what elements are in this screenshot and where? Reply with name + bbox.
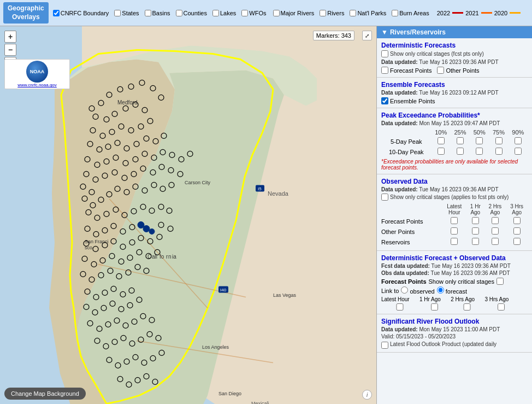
det-obs-critical-checkbox[interactable] <box>496 278 504 285</box>
det-data-updated: Data updated: Tue May 16 2023 09:36 AM P… <box>381 59 528 65</box>
basins-checkbox[interactable]: Basins <box>145 10 170 16</box>
svg-text:Los Angeles: Los Angeles <box>202 345 229 350</box>
obs-col-latest: Latest Hour <box>442 203 466 216</box>
obs-fp-1hr-checkbox[interactable] <box>472 217 479 224</box>
obs-res-1hr-checkbox[interactable] <box>472 238 479 245</box>
counties-checkbox[interactable]: Counties <box>176 10 207 16</box>
zoom-out-button[interactable]: − <box>4 44 16 56</box>
rivers-checkbox[interactable]: Rivers <box>320 10 344 16</box>
year-2021-line <box>481 12 492 14</box>
ensemble-data-updated: Data updated: Tue May 16 2023 09:12 AM P… <box>381 90 528 96</box>
map-area: Medford Nevada California San Francisco … <box>0 26 376 404</box>
change-map-background-button[interactable]: Change Map Background <box>4 388 86 400</box>
peak-exceedance-data-updated: Data updated: Mon May 15 2023 09:47 AM P… <box>381 120 528 126</box>
flood-latest-product: Latest Flood Outlook Product (updated da… <box>381 341 528 349</box>
expand-icon[interactable]: ⤢ <box>362 31 372 40</box>
link-observed-radio[interactable]: observed <box>401 286 434 295</box>
five-day-10-checkbox[interactable] <box>438 137 445 144</box>
link-to-row: Link to observed forecast <box>381 286 528 295</box>
five-day-25-checkbox[interactable] <box>457 137 464 144</box>
obs-res-3hr-checkbox[interactable] <box>513 238 521 245</box>
info-icon[interactable]: i <box>362 390 372 400</box>
observed-data-title: Observed Data <box>381 178 528 185</box>
det-obs-title: Deterministic Forecast + Observed Data <box>381 254 528 262</box>
cnrfc-boundary-checkbox[interactable]: CNRFC Boundary <box>53 10 109 16</box>
observed-data-section: Observed Data Data updated: Tue May 16 2… <box>377 174 532 251</box>
det-obs-3hr-label: 3 Hrs Ago <box>484 296 517 302</box>
zoom-in-button[interactable]: + <box>4 31 16 43</box>
pct-10: 10% <box>431 128 451 136</box>
obs-op-3hr-checkbox[interactable] <box>513 227 521 235</box>
forecast-points-checkbox[interactable] <box>381 67 388 74</box>
det-obs-3hr-checkbox[interactable] <box>484 303 517 311</box>
obs-col-1hr: 1 Hr Ago <box>466 203 484 216</box>
det-obs-1hr-checkbox[interactable] <box>419 303 450 311</box>
obs-fp-3hr-checkbox[interactable] <box>513 217 521 224</box>
svg-text:fo: fo <box>159 254 164 260</box>
main-content: Medford Nevada California San Francisco … <box>0 26 532 404</box>
wfos-checkbox[interactable]: WFOs <box>241 10 266 16</box>
det-obs-latest-checkbox[interactable] <box>381 303 418 311</box>
obs-fp-2hr-checkbox[interactable] <box>492 217 499 224</box>
obs-data-updated: Data updated: Tue May 16 2023 09:36 AM P… <box>381 186 528 192</box>
obs-res-2hr-checkbox[interactable] <box>492 238 499 245</box>
year-legend: 2022 2021 2020 <box>437 10 521 16</box>
ten-day-label: 10-Day Peak <box>381 147 431 157</box>
natl-parks-checkbox[interactable]: Nat'l Parks <box>350 10 386 16</box>
svg-text:Las Vegas: Las Vegas <box>273 293 297 298</box>
pct-50: 50% <box>470 128 489 136</box>
lakes-checkbox[interactable]: Lakes <box>212 10 236 16</box>
other-points-checkbox[interactable] <box>437 67 444 74</box>
ten-day-50-checkbox[interactable] <box>476 148 483 155</box>
burn-areas-checkbox[interactable]: Burn Areas <box>392 10 429 16</box>
geo-overlays-label: Geographic Overlays <box>3 2 49 24</box>
svg-text:I40: I40 <box>220 288 227 293</box>
det-obs-2hr-checkbox[interactable] <box>451 303 483 311</box>
year-2020-line <box>510 12 521 14</box>
deterministic-forecasts-section: Deterministic Forecasts Show only critic… <box>377 38 532 78</box>
forecast-points-label[interactable]: Forecast Points <box>381 67 431 74</box>
det-obs-fp-row: Forecast Points Show only critical stage… <box>381 278 528 285</box>
five-day-90-checkbox[interactable] <box>515 137 522 144</box>
five-day-75-checkbox[interactable] <box>495 137 503 144</box>
major-rivers-checkbox[interactable]: Major Rivers <box>273 10 315 16</box>
show-critical-det-checkbox[interactable] <box>381 50 388 57</box>
show-critical-obs-checkbox[interactable] <box>381 194 388 201</box>
ten-day-10-checkbox[interactable] <box>438 148 445 155</box>
det-obs-time-grid: Latest Hour 1 Hr Ago 2 Hrs Ago 3 Hrs Ago <box>381 296 528 311</box>
panel-header-arrow: ▼ <box>381 28 388 36</box>
obs-fp-label: Forecast Points <box>381 216 442 226</box>
det-obs-latest-label: Latest Hour <box>381 296 418 302</box>
det-obs-obs-updated: Obs data updated: Tue May 16 2023 09:36 … <box>381 270 528 276</box>
ensemble-points-checkbox[interactable] <box>381 97 388 104</box>
ten-day-75-checkbox[interactable] <box>495 148 503 155</box>
ten-day-90-checkbox[interactable] <box>515 148 522 155</box>
det-obs-1hr-label: 1 Hr Ago <box>419 296 450 302</box>
noaa-logo: NOAA www.cnrfc.noaa.gov <box>4 59 70 89</box>
flood-latest-product-checkbox[interactable] <box>381 342 388 349</box>
obs-op-latest-checkbox[interactable] <box>451 227 458 235</box>
obs-fp-latest-checkbox[interactable] <box>451 217 458 224</box>
five-day-label: 5-Day Peak <box>381 136 431 147</box>
link-forecast-radio[interactable]: forecast <box>437 286 467 295</box>
peak-exceedance-section: Peak Exceedance Probabilities* Data upda… <box>377 108 532 174</box>
ten-day-25-checkbox[interactable] <box>457 148 464 155</box>
obs-op-1hr-checkbox[interactable] <box>472 227 479 235</box>
show-critical-obs: Show only critical stages (applies to fc… <box>381 194 528 201</box>
five-day-50-checkbox[interactable] <box>476 137 483 144</box>
obs-col-3hr: 3 Hrs Ago <box>506 203 528 216</box>
year-2022-line <box>452 12 463 14</box>
panel-header: ▼ Rivers/Reservoirs <box>377 26 532 38</box>
exceedance-note: *Exceedance probabilities are only avail… <box>381 159 528 171</box>
obs-op-label: Other Points <box>381 226 442 237</box>
obs-res-label: Reservoirs <box>381 237 442 247</box>
exceedance-table: 10% 25% 50% 75% 90% 5-Day Peak <box>381 128 528 157</box>
obs-col-2hr: 2 Hrs Ago <box>484 203 506 216</box>
noaa-url[interactable]: www.cnrfc.noaa.gov <box>17 83 57 87</box>
svg-point-90 <box>143 226 150 232</box>
states-checkbox[interactable]: States <box>114 10 139 16</box>
other-points-label[interactable]: Other Points <box>437 67 479 74</box>
obs-op-2hr-checkbox[interactable] <box>492 227 499 235</box>
obs-res-latest-checkbox[interactable] <box>451 238 458 245</box>
svg-text:n: n <box>168 254 172 260</box>
